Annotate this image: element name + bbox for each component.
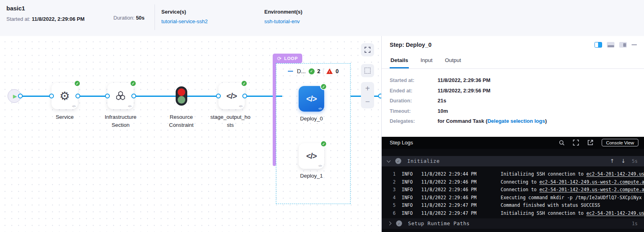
log-level: INFO [402,171,417,177]
main-area: ▶ ✓ ⚙ </> Service ✓ [0,36,644,232]
fail-count: 0 [335,68,339,74]
step-logs-title: Step Logs [390,140,559,146]
log-host-link[interactable]: ec2-54-201-142-249.us-west-2.compute.ama… [587,171,644,177]
node-label-stage-output-hosts: stage_output_hosts [209,113,252,129]
log-text: Command finished with status SUCCESS [501,202,600,208]
canvas-marquee-select-button[interactable] [361,64,374,77]
collapse-group-button[interactable] [288,71,293,72]
node-label-resource-constraint: Resource Constraint [159,113,203,129]
line-number: 4 [386,195,396,200]
log-section-initialize[interactable]: ✓ Initialize ↑ ↓ 5s [382,156,644,166]
canvas-zoom-controls: + − [361,82,374,108]
node-stage-output-hosts[interactable]: ✓ </> </> [218,83,245,109]
code-mini-icon: </> [239,105,242,108]
log-level: INFO [402,179,417,185]
node-label-deploy-1: Deploy_1 [295,172,327,180]
environments-block: Environment(s) ssh-tutorial-env [258,0,361,24]
log-line: 3 INFO 11/8/2022 2:29:46 PM Connection t… [382,186,644,194]
log-line: 2 INFO 11/8/2022 2:29:46 PM Connecting t… [382,178,644,186]
log-section-setup-runtime-paths[interactable]: ✓ Setup Runtime Paths 1s [382,218,644,229]
log-message: Command finished with status SUCCESS [501,202,600,208]
service-link[interactable]: tutorial-service-ssh2 [161,18,258,24]
log-host-link[interactable]: ec2-54-201-142-249.us-west-2.compute.ama… [539,187,644,192]
tab-details[interactable]: Details [390,54,409,68]
detail-label: Duration: [390,98,438,104]
scroll-up-icon[interactable]: ↑ [610,158,614,164]
detail-row: Timeout: 10m [390,108,636,114]
services-label: Service(s) [161,9,258,15]
step-logs-panel: Step Logs Console View [382,137,644,232]
minimize-panel-icon[interactable] [632,44,637,46]
layout-right-icon[interactable] [619,42,627,48]
environments-label: Environment(s) [264,9,361,15]
duration-label: Duration: [113,15,135,21]
detail-row: Duration: 21s [390,98,636,104]
execution-header: basic1 Started at: 11/8/2022, 2:29:06 PM… [0,0,644,36]
log-level: INFO [402,187,417,192]
step-logs-actions: Console View [559,139,638,146]
log-section-name: Initialize [407,158,610,164]
log-line: 1 INFO 11/8/2022 2:29:44 PM Initializing… [382,170,644,178]
node-label-service: Service [43,113,87,121]
log-lines: 1 INFO 11/8/2022 2:29:44 PM Initializing… [382,166,644,217]
log-line: 6 INFO 11/8/2022 2:29:47 PM Initializing… [382,209,644,217]
line-number: 5 [386,202,396,208]
node-resource-constraint[interactable] [176,86,187,106]
open-external-icon[interactable] [587,140,593,146]
log-section-duration: 1s [632,221,638,226]
code-mini-icon: </> [128,105,131,108]
loop-icon: ⟳ [277,56,282,62]
layout-bottom-icon[interactable] [607,42,614,48]
edge-connector [105,94,110,98]
step-details-panel: Step: Deploy_0 Details Input Output Star… [381,36,644,232]
zoom-out-button[interactable]: − [361,95,374,108]
log-host-link[interactable]: ec2-54-201-142-249.us-west-2.compute.ama… [539,179,644,185]
log-text: Initializing SSH connection to [501,171,587,177]
delegate-selection-logs-link[interactable]: Delegate selection logs [487,118,545,124]
node-deploy-1[interactable]: ✓ </> </> [299,143,324,169]
detail-value: 11/8/2022, 2:29:56 PM [438,88,490,94]
scroll-down-icon[interactable]: ↓ [621,158,626,164]
line-number: 1 [386,171,396,177]
detail-value: 10m [438,108,448,114]
chevron-down-icon [387,158,391,162]
code-mini-icon: </> [72,105,75,108]
environment-link[interactable]: ssh-tutorial-env [264,18,361,24]
panel-layout-controls [594,42,637,48]
node-deploy-0[interactable]: ✓ </> </> [299,86,324,112]
step-logs-body: ✓ Initialize ↑ ↓ 5s 1 INFO 11/8/2022 2:2… [382,149,644,232]
success-badge-icon: ✓ [130,80,137,87]
step-tabs: Details Input Output [382,54,644,69]
tab-output[interactable]: Output [444,54,462,68]
loop-group-title[interactable]: D... [297,68,306,74]
search-icon[interactable] [559,140,565,146]
log-message: Connection to ec2-54-201-142-249.us-west… [501,187,644,192]
log-host-link[interactable]: ec2-54-201-142-249.us-west-2.compute.ama… [587,210,644,216]
log-message: Connecting to ec2-54-201-142-249.us-west… [501,179,644,185]
node-infrastructure[interactable]: ✓ </> [107,83,134,109]
expand-logs-icon[interactable] [573,140,579,146]
code-icon: </> [306,152,317,161]
edge-connector [242,94,247,98]
log-message: Executing command mkdir -p /tmp/Ie2aUDfl… [501,195,642,200]
section-success-icon: ✓ [395,158,401,164]
detail-row: Delegates: for Command Task (Delegate se… [390,118,636,124]
success-badge-icon: ✓ [241,80,248,87]
edge-connector [49,94,54,98]
started-at-label: Started at: [6,16,30,22]
zoom-in-button[interactable]: + [361,82,374,95]
pipeline-canvas[interactable]: ▶ ✓ ⚙ </> Service ✓ [0,36,381,232]
log-message: Initializing SSH connection to ec2-54-20… [501,210,644,216]
log-text: Connection to [501,187,539,192]
traffic-light-green-icon [178,96,185,104]
edge-connector [75,94,80,98]
log-time: 11/8/2022 2:29:46 PM [421,195,480,200]
console-view-button[interactable]: Console View [602,139,638,146]
log-time: 11/8/2022 2:29:46 PM [421,187,480,192]
tab-input[interactable]: Input [420,54,433,68]
log-level: INFO [402,195,417,200]
node-service[interactable]: ✓ ⚙ </> [52,83,78,109]
line-number: 6 [386,210,396,216]
layout-split-right-icon[interactable] [594,42,602,48]
canvas-fullscreen-button[interactable] [361,43,374,56]
